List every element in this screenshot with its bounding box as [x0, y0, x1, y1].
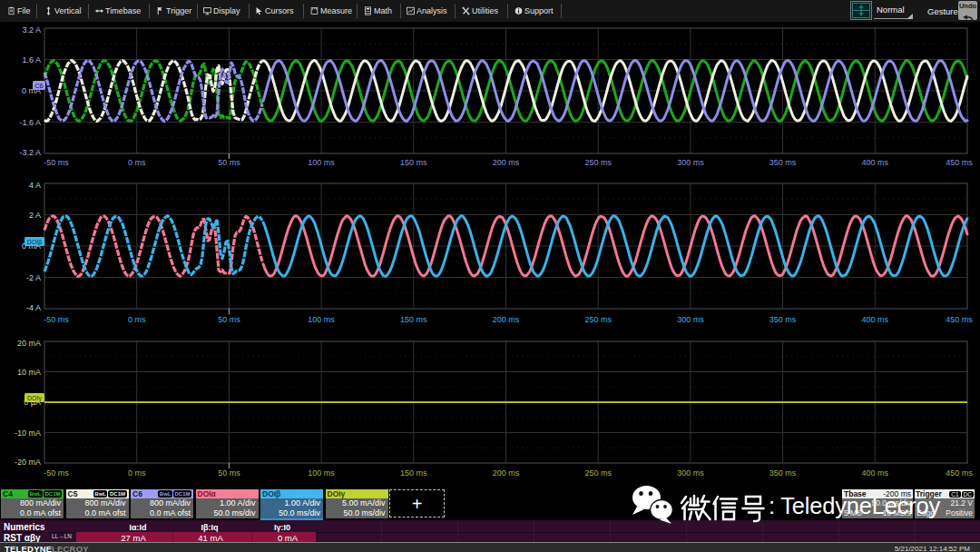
- svg-text:50 ms: 50 ms: [218, 468, 240, 478]
- svg-text:450 ms: 450 ms: [946, 315, 973, 324]
- svg-text:150 ms: 150 ms: [400, 158, 427, 167]
- svg-text:250 ms: 250 ms: [584, 158, 612, 167]
- svg-text:-20 mA: -20 mA: [15, 458, 41, 467]
- svg-text:DOIγ: DOIγ: [27, 395, 42, 402]
- svg-text:10 mA: 10 mA: [17, 368, 41, 377]
- svg-text:450 ms: 450 ms: [946, 468, 973, 478]
- svg-text:-10 mA: -10 mA: [15, 429, 41, 438]
- svg-text:100 ms: 100 ms: [308, 158, 335, 167]
- svg-text:100 ms: 100 ms: [308, 468, 335, 478]
- svg-text:400 ms: 400 ms: [862, 315, 889, 324]
- svg-text:1.6 A: 1.6 A: [22, 55, 41, 64]
- svg-text:0 ms: 0 ms: [128, 468, 146, 478]
- svg-text:-3.2 A: -3.2 A: [19, 148, 41, 157]
- svg-text:-50 ms: -50 ms: [44, 315, 69, 324]
- svg-text:0 ms: 0 ms: [128, 315, 146, 324]
- svg-text:0 ms: 0 ms: [128, 158, 146, 167]
- svg-text:-4 A: -4 A: [26, 303, 41, 312]
- svg-text:100 ms: 100 ms: [308, 315, 335, 324]
- svg-text:2 A: 2 A: [29, 211, 41, 220]
- svg-text:DOIβ: DOIβ: [27, 239, 42, 246]
- svg-text:150 ms: 150 ms: [400, 468, 427, 478]
- svg-text:200 ms: 200 ms: [493, 315, 520, 324]
- svg-text:400 ms: 400 ms: [862, 158, 889, 167]
- svg-text:300 ms: 300 ms: [677, 315, 704, 324]
- svg-text:300 ms: 300 ms: [677, 468, 704, 478]
- svg-text:20 mA: 20 mA: [17, 339, 41, 348]
- svg-text:-1.6 A: -1.6 A: [19, 118, 41, 127]
- svg-text:200 ms: 200 ms: [493, 158, 520, 167]
- svg-text:400 ms: 400 ms: [862, 468, 889, 478]
- svg-text:-50 ms: -50 ms: [44, 468, 69, 478]
- svg-text:50 ms: 50 ms: [218, 315, 240, 324]
- svg-text:350 ms: 350 ms: [769, 468, 797, 478]
- svg-text:-2 A: -2 A: [26, 273, 41, 282]
- svg-text:200 ms: 200 ms: [493, 468, 520, 478]
- svg-text:450 ms: 450 ms: [946, 158, 973, 167]
- svg-text:3.2 A: 3.2 A: [22, 25, 41, 34]
- svg-text:150 ms: 150 ms: [400, 315, 427, 324]
- svg-text:: TeledyneLecroy: : TeledyneLecroy: [769, 493, 941, 518]
- svg-text:350 ms: 350 ms: [769, 315, 797, 324]
- svg-text:C6: C6: [34, 82, 44, 90]
- svg-text:4 A: 4 A: [29, 181, 41, 190]
- svg-text:250 ms: 250 ms: [584, 315, 612, 324]
- svg-text:250 ms: 250 ms: [584, 468, 612, 478]
- svg-text:350 ms: 350 ms: [769, 158, 797, 167]
- svg-text:-50 ms: -50 ms: [44, 158, 69, 167]
- svg-text:50 ms: 50 ms: [218, 158, 240, 167]
- svg-text:300 ms: 300 ms: [677, 158, 704, 167]
